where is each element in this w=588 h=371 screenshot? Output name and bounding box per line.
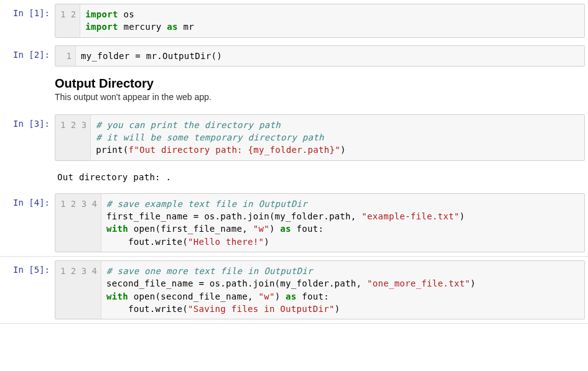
code-box: 1 2 import os import mercury as mr	[55, 4, 585, 38]
input-area-4[interactable]: 1 2 3 4 # save example text file in Outp…	[55, 193, 585, 252]
notebook: In [1]: 1 2 import os import mercury as …	[0, 0, 588, 324]
code-box: 1 2 3 4 # save example text file in Outp…	[55, 193, 585, 252]
line-gutter: 1 2 3 4	[55, 261, 101, 319]
input-area-2[interactable]: 1 my_folder = mr.OutputDir()	[55, 45, 585, 66]
code-content[interactable]: my_folder = mr.OutputDir()	[76, 46, 227, 66]
prompt-in-3: In [3]:	[0, 114, 55, 129]
output-subtext: This output won't appear in the web app.	[55, 92, 585, 102]
cell-3-stdout: Out directory path: .	[0, 165, 588, 190]
code-content[interactable]: # you can print the directory path # it …	[91, 115, 351, 160]
code-box: 1 2 3 4 # save one more text file in Out…	[55, 260, 585, 319]
rich-output: Output Directory This output won't appea…	[55, 74, 585, 107]
prompt-in-2: In [2]:	[0, 45, 55, 60]
cell-3: In [3]: 1 2 3 # you can print the direct…	[0, 111, 588, 165]
line-gutter: 1 2 3 4	[55, 194, 101, 252]
prompt-in-1: In [1]:	[0, 4, 55, 18]
line-gutter: 1	[55, 46, 76, 66]
code-content[interactable]: import os import mercury as mr	[80, 4, 199, 37]
cell-1: In [1]: 1 2 import os import mercury as …	[0, 0, 588, 42]
code-box: 1 my_folder = mr.OutputDir()	[55, 45, 585, 66]
output-title: Output Directory	[55, 76, 585, 91]
stdout-text: Out directory path: .	[55, 168, 585, 186]
line-gutter: 1 2 3	[55, 115, 91, 160]
code-content[interactable]: # save example text file in OutputDir fi…	[101, 194, 470, 252]
input-area-5[interactable]: 1 2 3 4 # save one more text file in Out…	[55, 260, 585, 319]
input-area-3[interactable]: 1 2 3 # you can print the directory path…	[55, 114, 585, 161]
cell-2-output: Output Directory This output won't appea…	[0, 70, 588, 111]
input-area-1[interactable]: 1 2 import os import mercury as mr	[55, 4, 585, 38]
code-content[interactable]: # save one more text file in OutputDir s…	[101, 261, 481, 319]
prompt-in-5: In [5]:	[0, 260, 55, 275]
cell-4: In [4]: 1 2 3 4 # save example text file…	[0, 190, 588, 257]
prompt-empty	[0, 74, 55, 78]
stdout-area: Out directory path: .	[55, 168, 585, 186]
prompt-empty	[0, 168, 55, 173]
line-gutter: 1 2	[55, 4, 80, 37]
prompt-in-4: In [4]:	[0, 193, 55, 208]
cell-5: In [5]: 1 2 3 4 # save one more text fil…	[0, 257, 588, 324]
cell-2: In [2]: 1 my_folder = mr.OutputDir()	[0, 42, 588, 70]
code-box: 1 2 3 # you can print the directory path…	[55, 114, 585, 161]
